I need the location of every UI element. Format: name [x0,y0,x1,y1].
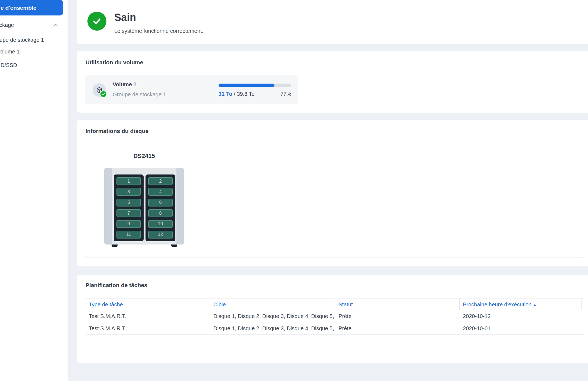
task-next-run-cell: 2020-10-01 [460,322,582,334]
volume-healthy-badge-icon [100,91,107,98]
disk-info-title: Informations du disque [86,128,148,134]
sidebar: Vue d'ensemble Stockage Groupe de stocka… [0,0,68,381]
column-header-spacer [582,299,584,310]
healthy-check-icon [87,12,106,31]
nas-foot-right [171,245,177,247]
drive-bay-11[interactable]: 11 [116,231,141,239]
drive-bay-column-left: 1 3 5 7 9 11 [114,174,144,241]
task-next-run-cell: 2020-10-12 [460,310,582,322]
drive-bay-12[interactable]: 12 [148,231,173,239]
column-header-next-run[interactable]: Prochaine heure d'exécution▲ [460,299,582,310]
volume-usage-panel[interactable]: Volume 1 Groupe de stockage 1 31 To / 39… [85,75,298,104]
volume-progress-bar [219,84,291,87]
nas-model-label: DS2415 [104,153,184,160]
task-target-cell: Disque 1, Disque 2, Disque 3, Disque 4, … [210,322,335,334]
task-schedule-title: Planification de tâches [86,281,147,289]
sidebar-item-storage-pool-1[interactable]: Groupe de stockage 1 [0,37,44,43]
storage-manager-window: Vue d'ensemble Stockage Groupe de stocka… [0,0,588,381]
disk-info-card: Informations du disque DS2415 1 3 5 7 9 … [77,120,588,266]
sidebar-item-storage[interactable]: Stockage [0,22,14,28]
drive-bay-column-right: 2 4 6 8 10 12 [146,174,175,241]
column-header-task-type[interactable]: Type de tâche [86,299,210,310]
task-schedule-card: Planification de tâches Type de tâche Ci… [77,275,588,363]
sidebar-item-volume-1[interactable]: Volume 1 [0,49,20,55]
volume-name: Volume 1 [113,81,136,88]
task-type-cell: Test S.M.A.R.T. [86,310,210,322]
task-table-header: Type de tâche Cible Statut Prochaine heu… [86,298,584,310]
nas-foot-left [112,245,118,247]
health-status-message: Le système fonctionne correctement. [114,28,203,34]
volume-progress-fill [219,84,274,87]
drive-bay-7[interactable]: 7 [116,209,141,217]
task-status-cell: Prête [335,310,460,322]
drive-bay-1[interactable]: 1 [116,177,141,185]
task-table: Type de tâche Cible Statut Prochaine heu… [86,298,584,335]
health-status-title: Sain [114,11,136,23]
volume-pool-name: Groupe de stockage 1 [113,91,166,98]
sort-ascending-icon: ▲ [533,303,536,307]
volume-usage-separator: / [232,91,237,97]
chevron-up-icon[interactable] [53,24,58,28]
sidebar-item-overview[interactable]: Vue d'ensemble [0,0,63,15]
column-header-target[interactable]: Cible [210,299,335,310]
drive-bay-2[interactable]: 2 [148,177,173,185]
column-header-status[interactable]: Statut [335,299,460,310]
drive-bay-9[interactable]: 9 [116,220,141,228]
volume-total-value: 39.8 To [237,91,254,97]
task-target-cell: Disque 1, Disque 2, Disque 3, Disque 4, … [210,310,335,322]
drive-bay-4[interactable]: 4 [148,188,173,196]
task-type-cell: Test S.M.A.R.T. [86,322,210,334]
sidebar-item-hdd-ssd[interactable]: HDD/SSD [0,62,17,68]
volume-usage-card: Utilisation du volume Volume 1 Groupe de… [77,51,588,113]
volume-used-value: 31 To [219,91,232,97]
volume-percent: 77% [280,91,291,97]
drive-bay-3[interactable]: 3 [116,188,141,196]
task-row[interactable]: Test S.M.A.R.T. Disque 1, Disque 2, Disq… [86,322,584,335]
drive-bay-6[interactable]: 6 [148,199,173,207]
task-row[interactable]: Test S.M.A.R.T. Disque 1, Disque 2, Disq… [86,310,584,322]
volume-icon [93,83,106,97]
sidebar-item-overview-label: Vue d'ensemble [0,0,62,15]
volume-usage-text: 31 To / 39.8 To [219,91,255,97]
column-header-next-run-label: Prochaine heure d'exécution [463,301,532,307]
volume-usage-title: Utilisation du volume [86,59,143,66]
drive-bay-5[interactable]: 5 [116,199,141,207]
disk-enclosure-panel: DS2415 1 3 5 7 9 11 2 4 6 8 10 12 [85,145,585,258]
drive-bay-10[interactable]: 10 [148,220,173,228]
task-status-cell: Prête [335,322,460,334]
drive-bay-8[interactable]: 8 [148,209,173,217]
health-status-card: Sain Le système fonctionne correctement. [77,0,588,44]
nas-enclosure-illustration: 1 3 5 7 9 11 2 4 6 8 10 12 [104,168,184,245]
